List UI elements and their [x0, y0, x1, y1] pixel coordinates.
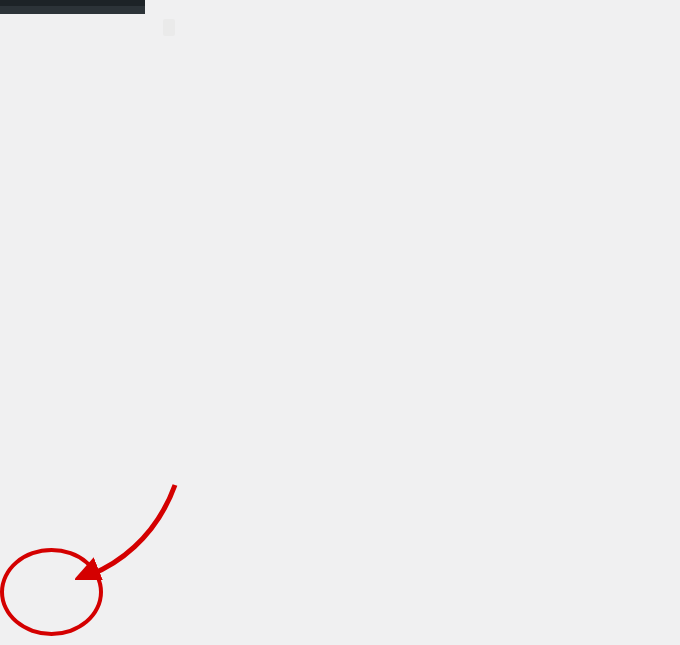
postname-code — [163, 19, 175, 36]
main-content — [145, 0, 680, 645]
annotation-circle — [0, 548, 103, 636]
permalink-structure-label — [163, 53, 343, 55]
common-desc — [163, 18, 662, 39]
settings-submenu — [0, 6, 145, 14]
admin-sidebar — [0, 0, 145, 14]
